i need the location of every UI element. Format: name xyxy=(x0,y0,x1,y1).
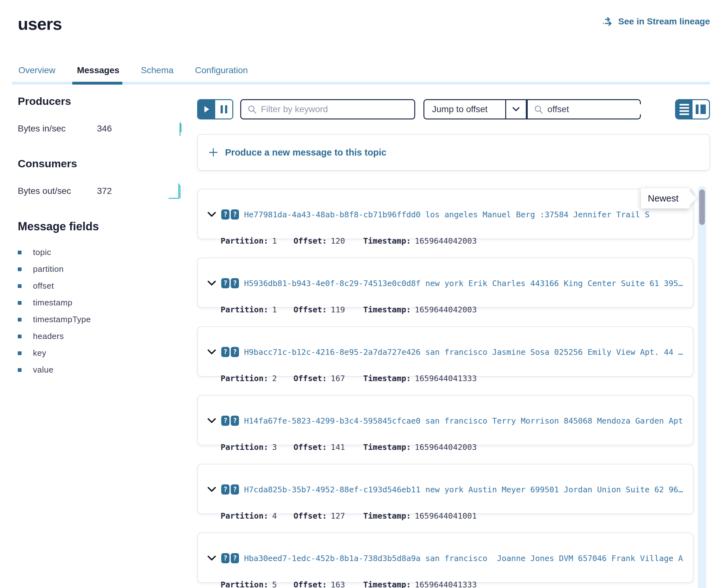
unknown-format-icon: ? xyxy=(221,484,229,495)
tab-messages[interactable]: Messages xyxy=(76,62,120,84)
unknown-format-icon: ? xyxy=(221,416,229,426)
chevron-down-icon[interactable] xyxy=(207,200,216,229)
message-row[interactable]: ? ? H5936db81-b943-4e0f-8c29-74513e0c0d8… xyxy=(197,257,694,308)
timestamp-value: 1659644042003 xyxy=(415,305,477,314)
chevron-down-icon[interactable] xyxy=(207,544,216,572)
select-chevron-down-icon[interactable] xyxy=(505,99,527,120)
live-consume-toggle xyxy=(197,99,233,120)
plus-icon xyxy=(209,148,218,157)
bytes-out-value: 372 xyxy=(97,186,112,196)
offset-value: 127 xyxy=(331,511,345,521)
message-meta: Partition:1 Offset:120 Timestamp:1659644… xyxy=(221,236,683,246)
serde-unknown-icons: ? ? xyxy=(221,347,239,357)
bytes-in-value: 346 xyxy=(97,124,112,134)
message-fields-block: Message fields topic partition offset ti… xyxy=(18,220,183,378)
message-row[interactable]: ? ? H14fa67fe-5823-4299-b3c4-595845cfcae… xyxy=(197,395,694,445)
unknown-format-icon: ? xyxy=(231,484,239,495)
producers-heading: Producers xyxy=(18,95,183,107)
bullet-icon xyxy=(18,301,22,305)
bullet-icon xyxy=(18,368,22,372)
produce-message-button[interactable]: Produce a new message to this topic xyxy=(197,134,710,171)
message-meta: Partition:3 Offset:141 Timestamp:1659644… xyxy=(221,443,683,452)
bytes-in-sparkline xyxy=(173,120,183,138)
field-item-topic[interactable]: topic xyxy=(18,244,183,261)
stream-lineage-label: See in Stream lineage xyxy=(618,17,710,27)
message-summary: H5936db81-b943-4e0f-8c29-74513e0c0d8f ne… xyxy=(244,279,683,288)
message-summary: H14fa67fe-5823-4299-b3c4-595845cfcae0 sa… xyxy=(244,416,683,425)
serde-unknown-icons: ? ? xyxy=(221,416,239,426)
partition-value: 1 xyxy=(272,305,277,314)
serde-unknown-icons: ? ? xyxy=(221,209,239,219)
message-meta: Partition:4 Offset:127 Timestamp:1659644… xyxy=(221,511,683,521)
list-view-button[interactable] xyxy=(676,100,693,119)
chevron-down-icon[interactable] xyxy=(207,269,216,297)
field-item-headers[interactable]: headers xyxy=(18,328,183,345)
timestamp-value: 1659644042003 xyxy=(415,236,477,246)
offset-search-input[interactable] xyxy=(548,104,662,114)
split-view-button[interactable] xyxy=(693,100,709,119)
messages-toolbar: Jump to offset xyxy=(197,99,710,120)
timestamp-value: 1659644042003 xyxy=(415,443,477,452)
stream-lineage-link[interactable]: See in Stream lineage xyxy=(602,17,710,27)
partition-value: 4 xyxy=(272,511,277,521)
chevron-down-icon[interactable] xyxy=(207,475,216,504)
message-summary: H9bacc71c-b12c-4216-8e95-2a7da727e426 sa… xyxy=(244,348,683,357)
search-icon xyxy=(534,105,543,114)
pause-icon xyxy=(221,105,227,113)
bullet-icon xyxy=(18,335,22,338)
field-item-key[interactable]: key xyxy=(18,345,183,361)
unknown-format-icon: ? xyxy=(231,553,239,563)
list-view-icon xyxy=(680,104,689,115)
pause-button[interactable] xyxy=(215,100,232,119)
tab-configuration[interactable]: Configuration xyxy=(194,62,248,84)
partition-value: 3 xyxy=(272,443,277,452)
bullet-icon xyxy=(18,284,22,288)
unknown-format-icon: ? xyxy=(221,209,229,219)
tab-bar: Overview Messages Schema Configuration xyxy=(0,62,710,84)
field-item-value[interactable]: value xyxy=(18,361,183,378)
produce-message-label: Produce a new message to this topic xyxy=(225,147,386,158)
message-row[interactable]: ? ? He77981da-4a43-48ab-b8f8-cb71b96ffdd… xyxy=(197,189,694,239)
tab-schema[interactable]: Schema xyxy=(140,62,174,84)
unknown-format-icon: ? xyxy=(221,278,229,288)
message-row[interactable]: ? ? Hba30eed7-1edc-452b-8b1a-738d3b5d8a9… xyxy=(197,532,694,583)
bullet-icon xyxy=(18,351,22,355)
message-row[interactable]: ? ? H7cda825b-35b7-4952-88ef-c193d546eb1… xyxy=(197,464,694,514)
jump-select-value: Jump to offset xyxy=(425,104,505,114)
offset-search xyxy=(527,99,641,120)
message-meta: Partition:5 Offset:163 Timestamp:1659644… xyxy=(221,580,683,588)
field-item-timestamp[interactable]: timestamp xyxy=(18,294,183,311)
partition-value: 2 xyxy=(272,374,277,383)
chevron-down-icon[interactable] xyxy=(207,338,216,366)
tab-overview[interactable]: Overview xyxy=(18,62,56,84)
view-mode-toggle xyxy=(675,99,710,120)
bytes-out-label: Bytes out/sec xyxy=(18,186,97,196)
field-item-partition[interactable]: partition xyxy=(18,261,183,277)
play-icon xyxy=(204,105,210,113)
serde-unknown-icons: ? ? xyxy=(221,553,239,563)
message-summary: Hba30eed7-1edc-452b-8b1a-738d3b5d8a9a sa… xyxy=(244,554,683,563)
offset-value: 120 xyxy=(331,236,345,246)
partition-value: 5 xyxy=(272,580,277,588)
newest-tooltip-label: Newest xyxy=(648,193,679,204)
chevron-down-icon[interactable] xyxy=(207,406,216,435)
field-item-timestampType[interactable]: timestampType xyxy=(18,311,183,328)
bullet-icon xyxy=(18,251,22,254)
consumers-heading: Consumers xyxy=(18,158,183,170)
unknown-format-icon: ? xyxy=(221,347,229,357)
message-row[interactable]: ? ? H9bacc71c-b12c-4216-8e95-2a7da727e42… xyxy=(197,326,694,377)
play-button[interactable] xyxy=(198,100,215,119)
unknown-format-icon: ? xyxy=(221,553,229,563)
filter-keyword-input[interactable] xyxy=(261,104,408,114)
message-fields-heading: Message fields xyxy=(18,220,183,233)
bytes-in-label: Bytes in/sec xyxy=(18,124,97,134)
messages-scrollbar-track[interactable] xyxy=(698,186,706,588)
jump-to-offset-select[interactable]: Jump to offset xyxy=(424,99,505,120)
field-item-offset[interactable]: offset xyxy=(18,277,183,294)
serde-unknown-icons: ? ? xyxy=(221,484,239,495)
messages-scrollbar-thumb[interactable] xyxy=(699,189,705,225)
stream-lineage-icon xyxy=(602,17,614,26)
page-title: users xyxy=(18,14,62,34)
message-summary: He77981da-4a43-48ab-b8f8-cb71b96ffdd0 lo… xyxy=(244,210,649,219)
metrics-sidebar: Producers Bytes in/sec 346 Consumers Byt… xyxy=(18,95,183,378)
